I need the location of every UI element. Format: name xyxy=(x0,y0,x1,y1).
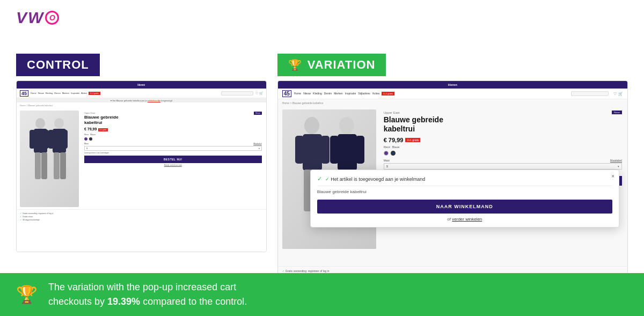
control-product-area: Upper East Nieuw Blauwe gebreide kabeltr… xyxy=(17,108,266,209)
control-store-logo: 45 xyxy=(20,90,28,97)
svg-rect-8 xyxy=(48,130,54,149)
nav-merken: Merken xyxy=(62,92,69,95)
control-size-select[interactable]: S ▾ xyxy=(84,146,262,151)
control-promo-text: ♥ Het Blauwe gebreide kabeltrui per je w… xyxy=(111,99,172,102)
variation-size-row: Maat Maattabel xyxy=(384,159,622,162)
control-footer-features: ✓ Gratis verzending: registreer of log i… xyxy=(17,209,266,224)
control-color-value: Blauw xyxy=(90,134,96,136)
nav-denim: Denim xyxy=(54,92,61,95)
var-check-icon-1: ✓ xyxy=(282,269,284,273)
control-feature-3: ✓ 30 dagen bedenktijd xyxy=(20,218,263,221)
control-tab-label: Heren xyxy=(137,83,145,86)
variation-maattabel[interactable]: Maattabel xyxy=(610,159,622,162)
result-bar: 🏆 The variation with the pop-up increase… xyxy=(0,273,644,316)
nav-acties: Acties xyxy=(81,92,87,95)
svg-rect-19 xyxy=(338,134,357,171)
control-color-label: Kleur: xyxy=(84,134,89,136)
result-trophy-icon: 🏆 xyxy=(16,284,38,305)
result-text-middle: checkouts by xyxy=(48,296,105,307)
variation-badge-label: VARIATION xyxy=(308,58,376,72)
var-color-blue[interactable] xyxy=(391,151,396,156)
cart-icon: 🛒 xyxy=(259,91,263,95)
variation-color-dots xyxy=(384,151,622,156)
check-icon-1: ✓ xyxy=(20,212,21,215)
var-wishlist-icon: ♡ xyxy=(613,92,617,96)
svg-rect-21 xyxy=(356,136,364,164)
nav-home: Home xyxy=(31,92,36,95)
product-silhouette xyxy=(25,116,74,202)
svg-rect-15 xyxy=(321,136,330,164)
result-text-line1: The variation with the pop-up increased … xyxy=(48,282,236,292)
variation-badge: 🏆 VARIATION xyxy=(277,54,386,76)
var-nav-merken: Merken xyxy=(334,92,343,95)
check-icon-3: ✓ xyxy=(20,218,21,221)
variation-product-title: Blauwe gebreide kabeltrui xyxy=(384,115,622,134)
result-text-line2: checkouts by 19.39% compared to the cont… xyxy=(48,296,247,307)
popup-success-row: ✓ ✓ Het artikel is toegevoegd aan je win… xyxy=(317,175,612,186)
variation-color-value: Blauw xyxy=(392,145,400,149)
variation-header-icons: ♡ 🛒 xyxy=(613,92,623,96)
control-feature-2: ✓ Gratis retour xyxy=(20,215,263,218)
variation-panel: 🏆 VARIATION Heren 45 Home Nieuw Kleding … xyxy=(277,54,628,284)
variation-size-select[interactable]: S ▾ xyxy=(384,163,622,170)
popup-close-btn[interactable]: × xyxy=(611,173,614,179)
control-maattabel-link[interactable]: Maattabel xyxy=(253,143,261,145)
variation-colors: Kleur: Blauw xyxy=(384,145,622,149)
popup-continue-text: of verder winkelen xyxy=(317,217,612,222)
var-feature-1: ✓ Gratis verzending: registreer of log i… xyxy=(282,269,623,273)
control-header-icons: ♡ 🛒 xyxy=(255,91,263,95)
logo-w: W xyxy=(28,10,43,26)
svg-rect-5 xyxy=(41,152,47,179)
var-color-purple[interactable] xyxy=(384,151,389,156)
variation-trophy-icon: 🏆 xyxy=(288,58,302,71)
variation-tab-label: Heren xyxy=(448,83,457,86)
check-icon-2: ✓ xyxy=(20,215,21,218)
svg-point-18 xyxy=(339,117,354,134)
nav-kleding: Kleding xyxy=(46,92,53,95)
control-wishlist-text[interactable]: Bekijk winkelvoorraat xyxy=(84,164,262,166)
control-new-badge: Nieuw xyxy=(254,112,261,115)
logo-v: V xyxy=(16,10,27,26)
popup-continue-link[interactable]: verder winkelen xyxy=(452,217,482,222)
result-text-after: compared to the control. xyxy=(143,296,247,307)
control-promo-link: winkelmandje xyxy=(148,99,160,102)
svg-rect-13 xyxy=(303,134,322,171)
control-delivery-text: Levering binnen 1 tot 2 werkdagen xyxy=(84,152,262,154)
control-product-details: Upper East Nieuw Blauwe gebreide kabeltr… xyxy=(83,111,263,207)
control-add-to-cart-btn[interactable]: BESTEL NU! xyxy=(84,156,262,163)
svg-rect-14 xyxy=(295,136,304,164)
variation-price: € 79,99 xyxy=(384,137,404,143)
variation-breadcrumb: Home > Blauwe gebreide kabeltrui xyxy=(278,99,627,107)
svg-point-0 xyxy=(35,118,45,129)
svg-rect-3 xyxy=(43,130,49,149)
popup-cart-button[interactable]: NAAR WINKELMAND xyxy=(317,200,612,214)
variation-size-chevron: ▾ xyxy=(618,165,619,168)
variation-color-label: Kleur: xyxy=(384,145,391,149)
variation-nav-links: Home Nieuw Kleding Denim Merken Inspirat… xyxy=(294,92,568,95)
control-color-blue[interactable] xyxy=(89,137,92,141)
control-price: € 79,99 xyxy=(84,127,97,131)
variation-new-badge: Nieuw xyxy=(612,111,622,114)
control-color-purple[interactable] xyxy=(84,137,87,141)
popup-product-name: Blauwe gebreide kabeltrui xyxy=(317,189,612,194)
nav-inspiratie: Inspiratie xyxy=(71,92,79,95)
control-size-row: Maat Maattabel xyxy=(84,143,262,145)
result-text: The variation with the pop-up increased … xyxy=(48,280,247,309)
variation-search-bar[interactable] xyxy=(571,91,609,96)
var-nav-kleding: Kleding xyxy=(313,92,322,95)
result-percentage: 19.39% xyxy=(107,296,140,307)
control-breadcrumb: Home > Blauwe gebreide kabeltrui xyxy=(17,102,266,108)
var-nav-nieuw: Nieuw xyxy=(303,92,311,95)
control-product-title: Blauwe gebreide kabeltrui xyxy=(84,115,262,125)
svg-rect-11 xyxy=(60,152,66,179)
control-colors: Kleur: Blauw xyxy=(84,134,262,136)
var-nav-stijladvies: Stijladvies xyxy=(358,92,370,95)
control-search-bar[interactable] xyxy=(221,91,253,95)
svg-rect-2 xyxy=(30,130,35,149)
wishlist-icon: ♡ xyxy=(255,91,258,95)
logo-o-text: O xyxy=(49,14,55,21)
var-cart-icon: 🛒 xyxy=(618,92,623,96)
control-product-image xyxy=(20,111,79,207)
nav-nieuw: Nieuw xyxy=(38,92,44,95)
control-topbar: 45 Home Nieuw Kleding Denim Merken Inspi… xyxy=(17,89,266,98)
